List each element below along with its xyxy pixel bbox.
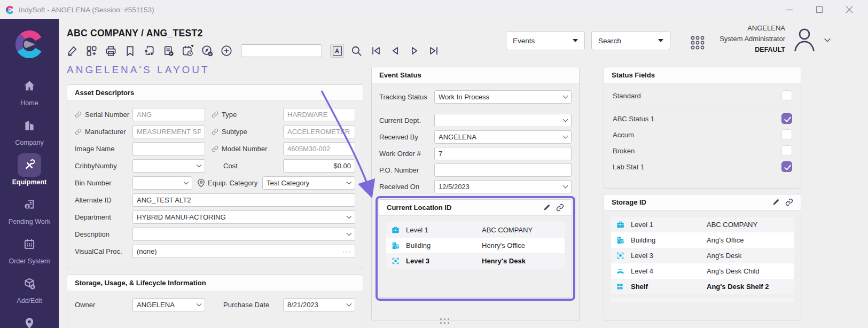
sidebar: Home Company Equipment $ [0,19,59,328]
layout-title: ANGELENA'S LAYOUT [67,64,210,76]
sidebar-item-add-edit[interactable]: Add/Edit [0,272,59,304]
storage-row[interactable]: Level 1 ABC COMPANY [611,217,794,232]
company-icon [18,114,41,137]
edit-icon[interactable] [66,44,79,58]
po-number-field[interactable] [434,163,572,177]
avatar-icon[interactable] [790,25,819,56]
chevron-down-icon [347,231,352,236]
sidebar-item-company[interactable]: Company [0,114,59,146]
sidebar-item-home[interactable]: Home [0,74,59,107]
search-icon[interactable] [350,44,363,58]
more-button[interactable]: ··· [342,247,351,255]
location-row[interactable]: Building Henry's Office [386,238,565,253]
storage-id-panel: Storage ID Level 1 ABC COMPANY Building [604,194,801,321]
nav-next-icon[interactable] [408,44,421,58]
chevron-down-icon [563,117,568,122]
cribbynumby-dropdown[interactable] [132,159,205,173]
storage-row[interactable]: Shelf Ang's Desk Shelf 2 [611,279,794,294]
link-icon[interactable] [556,204,564,212]
description-dropdown[interactable] [132,228,355,241]
panel-title: Asset Descriptors [75,89,355,97]
audit-check-icon[interactable] [200,44,214,58]
link-icon[interactable] [785,198,793,206]
current-location-highlight: Current Location ID Level 1 [376,196,575,301]
storage-row[interactable]: Level 3 Ang's Desk [611,248,794,263]
panel-title: Storage ID [612,198,772,206]
equip-category-dropdown[interactable]: Test Category [262,176,355,190]
department-dropdown[interactable]: HYBRID MANUFACTORING [132,210,355,224]
serial-number-field[interactable] [132,108,205,121]
event-status-panel: Event Status Tracking Status Work In Pro… [371,67,580,321]
lab-stat-1-checkbox[interactable] [781,161,792,172]
manufacturer-field[interactable] [132,125,205,138]
work-order-field[interactable] [434,147,572,160]
user-layout: DEFAULT [646,46,785,53]
sidebar-item-order-system[interactable]: Order System [0,232,59,265]
broken-checkbox[interactable] [781,145,792,156]
owner-dropdown[interactable]: ANGELENA [132,298,205,311]
user-info: ANGELENA System Administrator DEFAULT [646,24,785,53]
status-row: Standard [604,88,801,104]
hand-icon [616,267,631,276]
sidebar-item-locations[interactable]: Locations [0,311,59,328]
status-row: Lab Stat 1 [604,159,801,175]
received-on-dropdown[interactable]: 12/5/2023 [434,180,572,193]
model-number-field[interactable] [283,142,355,155]
subtype-field[interactable] [283,125,355,138]
match-case-button[interactable]: A [330,44,344,58]
print-icon[interactable] [104,44,118,58]
received-by-dropdown[interactable]: ANGELENA [434,130,572,144]
location-row[interactable]: Level 1 ABC COMPANY [386,222,565,238]
current-dept-dropdown[interactable] [434,114,572,127]
table-footer-strip [611,298,794,302]
status-row: ABC Status 1 [604,111,801,127]
add-circle-icon[interactable] [220,44,233,58]
link-icon [75,111,82,118]
bin-number-dropdown[interactable] [132,176,192,190]
current-location-panel: Current Location ID Level 1 [379,199,572,298]
purchase-date-dropdown[interactable]: 8/21/2023 [283,298,355,311]
standard-checkbox[interactable] [781,90,792,101]
copy-structure-icon[interactable] [143,44,156,58]
breadcrumb: ABC COMPANY / ANG_TEST2 [67,28,203,39]
events-dropdown[interactable]: Events [506,31,585,50]
storage-row[interactable]: Level 4 Ang's Desk Child [611,263,794,279]
accum-checkbox[interactable] [781,129,792,140]
schedule-event-icon[interactable] [181,44,194,58]
resize-handle[interactable] [440,318,450,324]
bookmark-icon[interactable] [123,44,137,58]
nav-last-icon[interactable] [427,44,440,58]
chevron-down-icon [197,162,202,168]
sidebar-item-pending-work[interactable]: $ Pending Work [0,193,59,225]
close-button[interactable] [846,6,853,13]
user-role: System Administrator [646,35,785,43]
divider [379,107,572,107]
tracking-status-dropdown[interactable]: Work In Process [434,90,572,104]
toolbar: A [66,43,440,59]
user-menu-chevron-icon[interactable] [823,35,832,47]
sidebar-item-equipment[interactable]: Equipment [0,153,59,186]
run-report-icon[interactable] [162,44,175,58]
type-field[interactable] [283,108,355,121]
add-window-icon[interactable] [85,44,98,58]
image-name-field[interactable] [132,142,205,155]
dropdown-caret-icon [573,39,578,42]
window-title: IndySoft - ANGELENA (Session: #551153) [19,6,786,14]
minimize-button[interactable] [786,6,793,13]
edit-pencil-icon[interactable] [543,204,551,212]
map-pin-icon[interactable] [197,178,206,188]
titlebar: IndySoft - ANGELENA (Session: #551153) [0,0,868,19]
alternate-id-field[interactable] [132,193,355,207]
focus-icon [616,251,631,260]
chevron-down-icon [347,179,352,185]
maximize-button[interactable] [816,6,823,13]
storage-row[interactable]: Building Ang's Office [611,232,794,248]
nav-first-icon[interactable] [369,44,382,58]
nav-prev-icon[interactable] [388,44,402,58]
location-row[interactable]: Level 3 Henry's Desk [386,253,565,269]
quick-find-input[interactable] [241,44,322,57]
abc-status-1-checkbox[interactable] [781,113,792,124]
edit-pencil-icon[interactable] [772,198,780,206]
visualcal-proc-field[interactable]: (none)··· [132,245,355,258]
cost-field[interactable] [283,159,355,173]
